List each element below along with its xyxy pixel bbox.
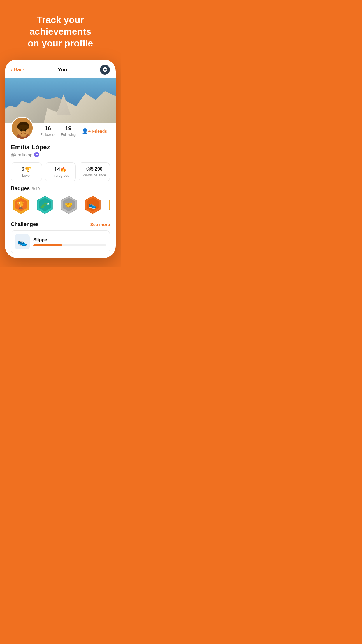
following-stat[interactable]: 19 Following [58, 123, 79, 139]
svg-rect-16 [44, 203, 48, 204]
level-card: 3🏆 Level [11, 162, 42, 181]
challenges-title: Challenges [11, 221, 39, 228]
svg-marker-24 [109, 196, 110, 214]
friends-icon: 👤+ [82, 128, 91, 134]
gear-icon [102, 67, 108, 72]
svg-point-7 [24, 130, 26, 132]
user-name: Emilia López [11, 144, 110, 151]
followers-label: Followers [40, 133, 55, 137]
badges-header: Badges 9/10 [11, 186, 110, 192]
challenge-card[interactable]: 👟 Slipper [11, 230, 110, 253]
hero-text: Track your achievements on your profile [12, 14, 109, 49]
user-handle-row: @emilialop ✦ [11, 152, 110, 157]
followers-count: 16 [38, 125, 58, 132]
svg-point-6 [20, 130, 22, 132]
badge-note[interactable]: 📋 [106, 196, 110, 216]
inprogress-card: 14🔥 In progress [45, 162, 76, 181]
balance-card: ⓪5,290 Wards balance [79, 162, 110, 181]
svg-text:🏆: 🏆 [17, 201, 25, 209]
challenge-progress-bar [33, 244, 106, 246]
challenge-name: Slipper [33, 237, 106, 243]
following-count: 19 [58, 125, 79, 132]
avatar [11, 117, 34, 139]
header: ‹ Back You [5, 60, 116, 78]
badges-section: Badges 9/10 🏆 [5, 184, 116, 220]
badge-steps[interactable] [35, 196, 55, 216]
svg-text:👟: 👟 [17, 237, 27, 247]
balance-value: ⓪5,290 [81, 166, 107, 172]
badge-hands[interactable]: 🤝 [59, 196, 79, 216]
badges-count: 9/10 [32, 186, 40, 191]
see-more-link[interactable]: See more [90, 222, 110, 227]
friends-label: Friends [92, 129, 107, 134]
badges-row: 🏆 [11, 196, 110, 216]
back-chevron-icon: ‹ [11, 66, 13, 73]
user-info: Emilia López @emilialop ✦ [5, 139, 116, 160]
header-title: You [58, 67, 67, 73]
stats-cards: 3🏆 Level 14🔥 In progress ⓪5,290 Wards ba… [5, 160, 116, 184]
inprogress-label: In progress [48, 174, 73, 178]
phone-container: ‹ Back You [5, 60, 116, 258]
following-label: Following [61, 133, 76, 137]
challenge-info: Slipper [33, 237, 106, 246]
settings-button[interactable] [100, 65, 110, 75]
level-value: 3🏆 [13, 166, 39, 173]
inprogress-value: 14🔥 [48, 166, 73, 173]
svg-text:👟: 👟 [89, 201, 97, 209]
profile-section: 16 Followers 19 Following 👤+ Friends [5, 112, 116, 139]
challenges-header: Challenges See more [11, 221, 110, 228]
svg-point-8 [23, 132, 24, 133]
followers-stat[interactable]: 16 Followers [38, 123, 58, 139]
friends-button[interactable]: 👤+ Friends [79, 126, 110, 136]
avatar-image [12, 118, 34, 139]
svg-rect-14 [41, 206, 44, 208]
challenge-icon: 👟 [15, 234, 30, 249]
balance-label: Wards balance [81, 173, 107, 177]
level-label: Level [13, 174, 39, 178]
back-label: Back [14, 67, 25, 73]
stats-row: 16 Followers 19 Following 👤+ Friends [38, 123, 110, 139]
svg-rect-15 [42, 204, 46, 206]
challenges-section: Challenges See more 👟 Slipper [5, 220, 116, 258]
back-button[interactable]: ‹ Back [11, 66, 25, 73]
user-handle: @emilialop [11, 152, 32, 157]
svg-text:🤝: 🤝 [65, 201, 73, 209]
verified-badge: ✦ [34, 152, 39, 157]
badge-trophy[interactable]: 🏆 [11, 196, 31, 216]
hero-section: Track your achievements on your profile [0, 0, 121, 60]
badge-shoe[interactable]: 👟 [82, 196, 103, 216]
badges-title: Badges [11, 186, 30, 192]
